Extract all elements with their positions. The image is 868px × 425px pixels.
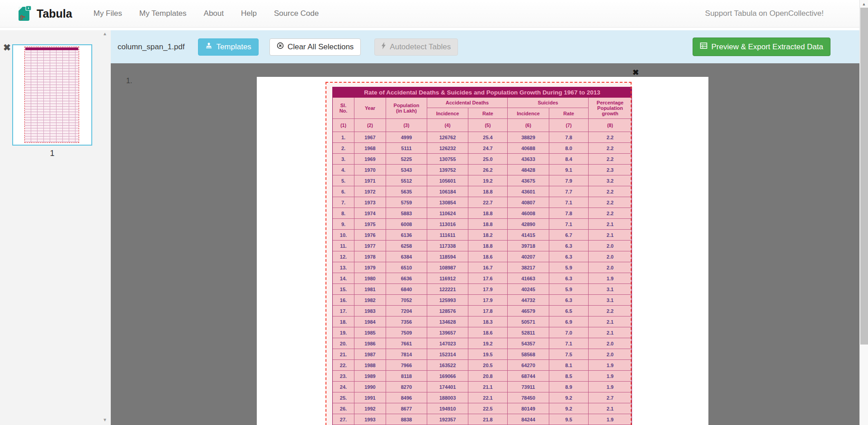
page-sidebar: ▲ ✖ 1 ▼ — [0, 30, 111, 425]
tabula-app: Tabula My Files My Templates About Help … — [0, 0, 868, 425]
document-area: 1. Rate of Accidental Deaths & Suicides … — [111, 63, 859, 425]
clear-selections-label: Clear All Selections — [288, 42, 354, 52]
page-marker: 1. — [126, 77, 132, 85]
navbar-gap — [0, 28, 868, 30]
templates-button-label: Templates — [216, 42, 251, 52]
table-grid-icon — [700, 42, 708, 52]
lightning-icon — [382, 42, 386, 52]
window-scrollbar[interactable]: ▲ — [859, 0, 868, 425]
selection-close-icon[interactable]: ✖ — [632, 69, 639, 76]
autodetect-tables-button[interactable]: Autodetect Tables — [374, 38, 458, 56]
clear-selections-button[interactable]: Clear All Selections — [269, 38, 361, 56]
nav-help[interactable]: Help — [232, 9, 265, 18]
nav-my-templates[interactable]: My Templates — [131, 9, 195, 18]
brand[interactable]: Tabula — [0, 3, 72, 24]
thumbnail-table-title-bar — [25, 47, 78, 50]
main-nav: My Files My Templates About Help Source … — [85, 9, 327, 18]
circle-x-icon — [277, 42, 284, 52]
pdf-lock-logo-icon — [17, 3, 33, 24]
brand-title: Tabula — [37, 7, 72, 20]
stamp-icon — [205, 42, 212, 52]
scrollbar-up-icon[interactable]: ▲ — [860, 0, 868, 8]
nav-about[interactable]: About — [195, 9, 232, 18]
support-link[interactable]: Support Tabula on OpenCollective! — [705, 9, 824, 18]
toolbar: column_span_1.pdf Templates Clear All Se… — [111, 30, 859, 63]
selection-rectangle[interactable] — [326, 82, 632, 425]
nav-source-code[interactable]: Source Code — [265, 9, 327, 18]
sidebar-scroll-down-icon[interactable]: ▼ — [103, 417, 107, 422]
sidebar-scroll-up-icon[interactable]: ▲ — [103, 31, 107, 36]
autodetect-tables-label: Autodetect Tables — [390, 42, 451, 52]
preview-export-button[interactable]: Preview & Export Extracted Data — [693, 38, 830, 56]
navbar: Tabula My Files My Templates About Help … — [0, 0, 868, 28]
thumbnail-selection — [24, 47, 79, 143]
filename-label: column_span_1.pdf — [118, 42, 184, 52]
nav-my-files[interactable]: My Files — [85, 9, 131, 18]
thumbnail-page-number: 1 — [12, 149, 92, 158]
templates-button[interactable]: Templates — [198, 38, 258, 56]
scrollbar-thumb[interactable] — [860, 8, 868, 345]
remove-page-icon[interactable]: ✖ — [3, 43, 11, 52]
preview-export-label: Preview & Export Extracted Data — [711, 42, 823, 52]
page-thumbnail[interactable] — [12, 44, 92, 146]
